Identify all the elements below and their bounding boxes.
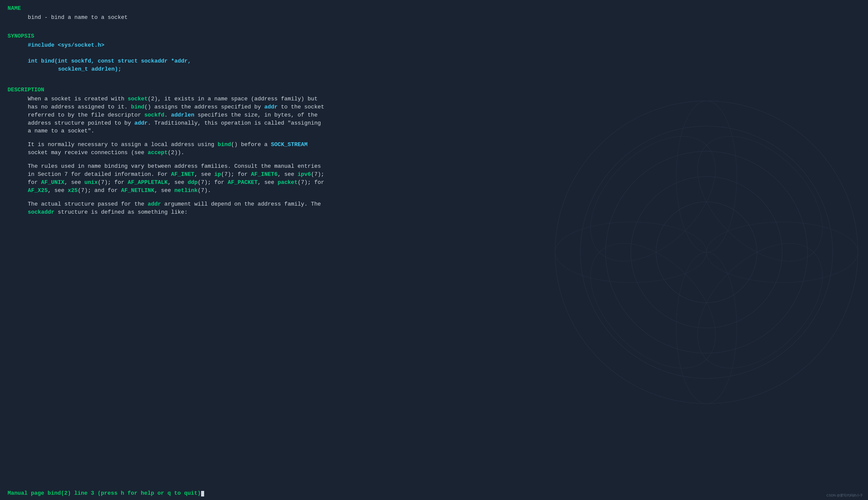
name-heading: NAME	[8, 4, 860, 13]
terminal-content: NAME bind - bind a name to a socket SYNO…	[0, 0, 868, 500]
status-bar: Manual page bind(2) line 3 (press h for …	[0, 487, 868, 500]
synopsis-section: SYNOPSIS #include <sys/socket.h> int bin…	[8, 32, 860, 73]
description-para3: The rules used in name binding vary betw…	[8, 162, 860, 195]
name-section: NAME bind - bind a name to a socket	[8, 4, 860, 22]
synopsis-heading: SYNOPSIS	[8, 32, 860, 41]
watermark: CSDN @爱写代码的小子	[826, 493, 863, 498]
description-heading: DESCRIPTION	[8, 86, 860, 94]
description-para1: When a socket is created with socket(2),…	[8, 95, 860, 135]
description-para2: It is normally necessary to assign a loc…	[8, 141, 860, 157]
cursor	[201, 491, 204, 497]
name-description: bind - bind a name to a socket	[8, 14, 860, 22]
description-para4: The actual structure passed for the addr…	[8, 200, 860, 216]
description-section: DESCRIPTION When a socket is created wit…	[8, 86, 860, 216]
synopsis-function-line2: socklen_t addrlen);	[8, 65, 860, 73]
synopsis-function-line1: int bind(int sockfd, const struct sockad…	[8, 57, 860, 65]
status-text: Manual page bind(2) line 3 (press h for …	[8, 490, 204, 497]
synopsis-include: #include <sys/socket.h>	[8, 41, 860, 49]
